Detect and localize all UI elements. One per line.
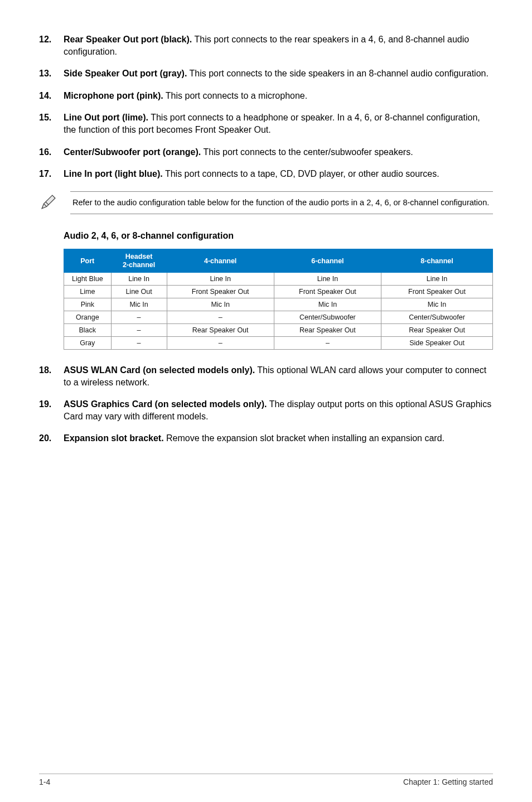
item-text: This port connects to the side speakers …: [187, 69, 488, 78]
table-row: Gray – – – Side Speaker Out: [64, 337, 493, 350]
table-row: Lime Line Out Front Speaker Out Front Sp…: [64, 286, 493, 298]
item-bold: Line Out port (lime).: [64, 113, 148, 122]
table-header: Port: [64, 249, 112, 273]
table-title: Audio 2, 4, 6, or 8-channel configuratio…: [64, 231, 493, 241]
item-body: ASUS WLAN Card (on selected models only)…: [64, 364, 493, 388]
item-body: Center/Subwoofer port (orange). This por…: [64, 146, 493, 158]
item-body: Line Out port (lime). This port connects…: [64, 112, 493, 136]
item-number: 12.: [39, 33, 64, 57]
list-item: 14. Microphone port (pink). This port co…: [39, 90, 493, 102]
page-content: 12. Rear Speaker Out port (black). This …: [39, 33, 493, 445]
item-bold: Rear Speaker Out port (black).: [64, 35, 192, 44]
item-body: Line In port (light blue). This port con…: [64, 168, 493, 180]
pencil-icon: [39, 191, 70, 214]
item-bold: ASUS WLAN Card (on selected models only)…: [64, 365, 255, 375]
list-item: 17. Line In port (light blue). This port…: [39, 168, 493, 180]
page-number: 1-4: [39, 777, 50, 786]
item-bold: Expansion slot bracket.: [64, 433, 164, 443]
table-header: 6-channel: [274, 249, 381, 273]
list-item: 16. Center/Subwoofer port (orange). This…: [39, 146, 493, 158]
item-number: 14.: [39, 90, 64, 102]
table-row: Black – Rear Speaker Out Rear Speaker Ou…: [64, 324, 493, 337]
table-row: Pink Mic In Mic In Mic In Mic In: [64, 298, 493, 311]
note-block: Refer to the audio configuration table b…: [39, 191, 493, 215]
item-number: 17.: [39, 168, 64, 180]
item-text: Remove the expansion slot bracket when i…: [164, 433, 444, 443]
item-body: Expansion slot bracket. Remove the expan…: [64, 432, 493, 445]
item-number: 18.: [39, 364, 64, 388]
item-number: 19.: [39, 398, 64, 422]
chapter-title: Chapter 1: Getting started: [403, 777, 493, 786]
item-number: 16.: [39, 146, 64, 158]
item-bold: Line In port (light blue).: [64, 169, 163, 178]
item-bold: Side Speaker Out port (gray).: [64, 69, 187, 78]
table-header: Headset 2-channel: [111, 249, 167, 273]
item-body: ASUS Graphics Card (on selected models o…: [64, 398, 493, 422]
list-item: 18. ASUS WLAN Card (on selected models o…: [39, 364, 493, 388]
audio-config-table: Port Headset 2-channel 4-channel 6-chann…: [64, 249, 493, 350]
table-row: Light Blue Line In Line In Line In Line …: [64, 273, 493, 286]
item-bold: ASUS Graphics Card (on selected models o…: [64, 399, 267, 409]
item-number: 13.: [39, 67, 64, 80]
list-item: 15. Line Out port (lime). This port conn…: [39, 112, 493, 136]
item-text: This port connects to a tape, CD, DVD pl…: [163, 169, 439, 178]
item-bold: Microphone port (pink).: [64, 91, 163, 100]
list-item: 13. Side Speaker Out port (gray). This p…: [39, 67, 493, 80]
item-body: Rear Speaker Out port (black). This port…: [64, 33, 493, 57]
item-body: Microphone port (pink). This port connec…: [64, 90, 493, 102]
list-item: 20. Expansion slot bracket. Remove the e…: [39, 432, 493, 445]
table-row: Orange – – Center/Subwoofer Center/Subwo…: [64, 311, 493, 324]
list-item: 19. ASUS Graphics Card (on selected mode…: [39, 398, 493, 422]
item-number: 15.: [39, 112, 64, 136]
note-text: Refer to the audio configuration table b…: [70, 191, 493, 215]
table-header: 8-channel: [381, 249, 493, 273]
page-footer: 1-4 Chapter 1: Getting started: [39, 774, 493, 786]
item-number: 20.: [39, 432, 64, 445]
table-header: 4-channel: [167, 249, 274, 273]
item-text: This port connects to the center/subwoof…: [201, 147, 413, 157]
list-item: 12. Rear Speaker Out port (black). This …: [39, 33, 493, 57]
item-text: This port connects to a microphone.: [163, 91, 308, 100]
item-bold: Center/Subwoofer port (orange).: [64, 147, 201, 157]
item-body: Side Speaker Out port (gray). This port …: [64, 67, 493, 80]
